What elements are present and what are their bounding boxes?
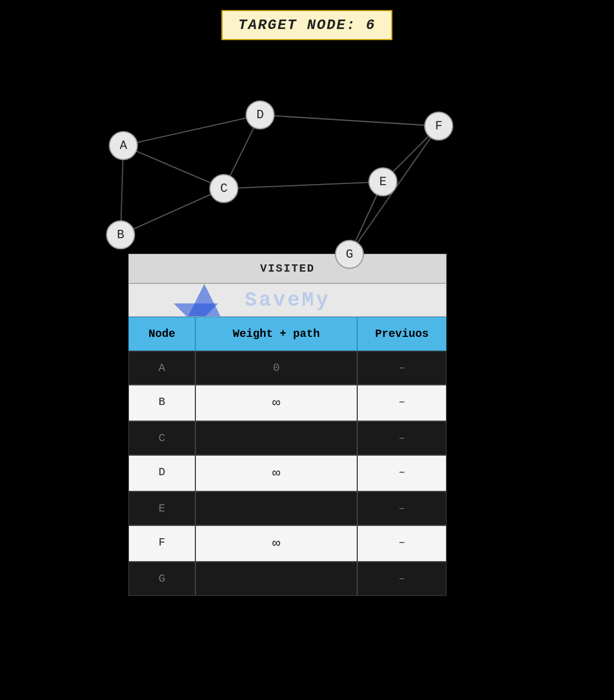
table-row: E –	[128, 491, 447, 525]
row-a-prev: –	[357, 351, 447, 385]
target-node-banner: TARGET NODE: 6	[222, 10, 392, 40]
node-d: D	[246, 100, 275, 129]
row-a-node: A	[128, 351, 195, 385]
row-c-node: C	[128, 421, 195, 455]
dijkstra-table: VISITED SaveMy Node Weight + path Previu…	[128, 254, 447, 596]
row-e-node: E	[128, 491, 195, 525]
node-b: B	[106, 220, 135, 249]
row-f-weight: ∞	[195, 525, 357, 562]
node-e: E	[368, 167, 397, 196]
row-c-weight	[195, 421, 357, 455]
row-e-weight	[195, 491, 357, 525]
node-a: A	[109, 131, 138, 160]
svg-line-5	[224, 182, 383, 189]
row-b-node: B	[128, 385, 195, 421]
watermark-triangle-down	[174, 303, 218, 317]
col-header-node: Node	[128, 317, 195, 351]
col-header-previous: Previuos	[357, 317, 447, 351]
row-c-prev: –	[357, 421, 447, 455]
col-header-weight: Weight + path	[195, 317, 357, 351]
table-row: A 0 –	[128, 351, 447, 385]
table-header-row: Node Weight + path Previuos	[128, 317, 447, 351]
row-b-prev: –	[357, 385, 447, 421]
row-d-node: D	[128, 455, 195, 491]
table-row: B ∞ –	[128, 385, 447, 421]
row-f-node: F	[128, 525, 195, 562]
row-f-prev: –	[357, 525, 447, 562]
table-row: D ∞ –	[128, 455, 447, 491]
svg-line-1	[123, 146, 224, 189]
row-e-prev: –	[357, 491, 447, 525]
node-f: F	[424, 112, 453, 141]
row-d-weight: ∞	[195, 455, 357, 491]
row-g-weight	[195, 562, 357, 596]
watermark-row: SaveMy	[128, 283, 447, 317]
table-row: F ∞ –	[128, 525, 447, 562]
node-g: G	[335, 240, 364, 269]
node-c: C	[209, 174, 238, 203]
row-d-prev: –	[357, 455, 447, 491]
svg-line-2	[123, 115, 260, 146]
graph-edges	[0, 45, 614, 284]
graph-area: A B C D E F G	[0, 45, 614, 284]
row-g-prev: –	[357, 562, 447, 596]
watermark-text: SaveMy	[244, 289, 330, 312]
row-b-weight: ∞	[195, 385, 357, 421]
svg-line-6	[260, 115, 439, 126]
table-row: C –	[128, 421, 447, 455]
svg-line-3	[121, 189, 224, 235]
row-a-weight: 0	[195, 351, 357, 385]
table-row: G –	[128, 562, 447, 596]
row-g-node: G	[128, 562, 195, 596]
